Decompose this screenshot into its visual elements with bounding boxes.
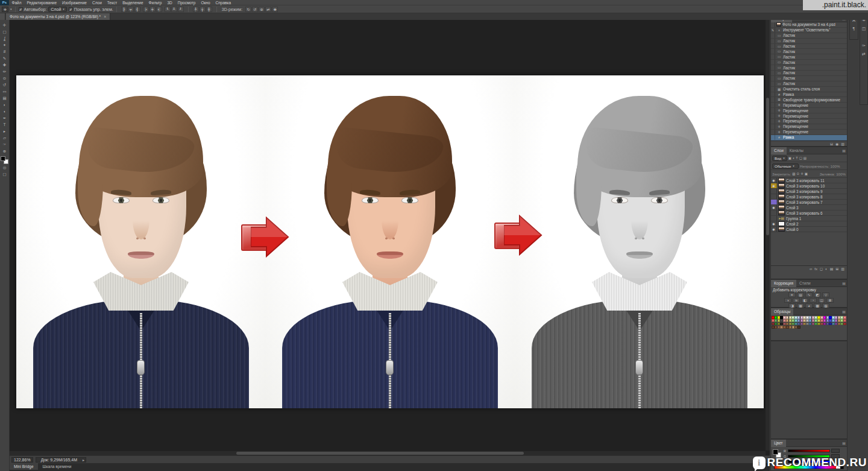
channel-mixer-icon[interactable]: ◫: [818, 298, 825, 303]
history-source-cell[interactable]: [771, 119, 775, 124]
layer-row[interactable]: Слой 3 копировать 9: [771, 189, 847, 194]
black-white-icon[interactable]: ◧: [801, 298, 808, 303]
align-icon[interactable]: ┿: [149, 7, 156, 12]
history-state[interactable]: ▭Ластик: [771, 60, 847, 65]
styles-dock-icon[interactable]: ◫: [860, 25, 867, 33]
align-icon[interactable]: ┚: [178, 7, 184, 12]
blur-tool[interactable]: ◗: [1, 101, 9, 108]
visibility-toggle[interactable]: ◉: [771, 227, 777, 232]
layer-row[interactable]: ◉Слой 2: [771, 221, 847, 227]
history-source-cell[interactable]: [771, 97, 775, 102]
align-icon[interactable]: ┥: [156, 7, 162, 12]
menu-Файл[interactable]: Файл: [9, 0, 24, 5]
visibility-toggle[interactable]: [771, 194, 777, 199]
path-select-tool[interactable]: ▸: [1, 128, 9, 134]
menu-Просмотр[interactable]: Просмотр: [175, 0, 198, 5]
history-source-cell[interactable]: [771, 65, 775, 70]
layer-row[interactable]: ◉Слой 0: [771, 227, 847, 232]
history-state[interactable]: ⊞Свободное трансформирование: [771, 97, 847, 103]
autoselect-checkbox[interactable]: ✓ Автовыбор:: [19, 7, 47, 11]
new-group-icon[interactable]: ▤: [830, 267, 834, 271]
add-layer-mask-icon[interactable]: ◻: [820, 267, 823, 271]
distribute-icon[interactable]: ╁: [200, 7, 206, 12]
screen-mode-button[interactable]: ▢: [1, 171, 9, 177]
history-source-cell[interactable]: [771, 60, 775, 65]
visibility-toggle[interactable]: [771, 189, 777, 194]
panel-menu-icon[interactable]: ▤: [842, 281, 846, 285]
color-swatch[interactable]: [797, 326, 800, 329]
new-snapshot-icon[interactable]: ◉: [835, 142, 838, 146]
menu-3D[interactable]: 3D: [165, 0, 175, 5]
slider-track[interactable]: [788, 449, 830, 452]
status-options-caret-icon[interactable]: ▸: [83, 458, 84, 463]
color-swatch[interactable]: [843, 319, 846, 322]
fill-value[interactable]: 100%: [836, 172, 846, 176]
menu-Слои[interactable]: Слои: [89, 0, 104, 5]
new-adjustment-layer-icon[interactable]: ◐: [825, 267, 828, 271]
photo-filter-icon[interactable]: ◔: [810, 298, 817, 303]
tab-Коррекция[interactable]: Коррекция: [771, 280, 796, 287]
lock-icon[interactable]: ⊙: [797, 172, 800, 175]
foreground-background-colors[interactable]: [1, 156, 8, 164]
history-state[interactable]: ▭Ластик: [771, 49, 847, 54]
3d-mode-icon[interactable]: ⊕: [259, 7, 265, 12]
history-source-cell[interactable]: [771, 92, 775, 97]
delete-layer-icon[interactable]: ▥: [841, 267, 844, 271]
history-state[interactable]: #Рамка: [771, 135, 847, 141]
hand-tool[interactable]: ☞: [1, 141, 9, 148]
delete-state-icon[interactable]: ▥: [841, 142, 844, 146]
tab-Каналы[interactable]: Каналы: [787, 147, 807, 154]
history-state[interactable]: ✛Перемещение: [771, 113, 847, 119]
autoselect-target-select[interactable]: Слой ▾: [48, 7, 67, 12]
scrollbar-thumb[interactable]: [236, 452, 524, 455]
distribute-icon[interactable]: ╀: [193, 7, 199, 12]
align-icon[interactable]: ┝: [143, 7, 149, 12]
history-state[interactable]: ✛Перемещение: [771, 108, 847, 113]
distribute-icon[interactable]: ╂: [206, 7, 212, 12]
3d-mode-icon[interactable]: ⇄: [265, 7, 271, 12]
history-state[interactable]: ▭Ластик: [771, 54, 847, 60]
bottom-tab-Mini Bridge[interactable]: Mini Bridge: [10, 463, 38, 470]
history-state[interactable]: ▭Ластик: [771, 44, 847, 49]
visibility-toggle[interactable]: [771, 216, 777, 221]
brush-tool[interactable]: ✏: [1, 68, 9, 75]
history-state[interactable]: ▭Ластик: [771, 76, 847, 81]
history-source-cell[interactable]: [771, 135, 775, 140]
opacity-value[interactable]: 100%: [831, 164, 840, 168]
layer-row[interactable]: ◉Слой 3 копировать 10: [771, 183, 847, 189]
history-state[interactable]: ▭Ластик: [771, 65, 847, 71]
3d-mode-icon[interactable]: ↺: [252, 7, 258, 12]
paragraph-panel-icon[interactable]: ¶: [851, 25, 858, 33]
align-icon[interactable]: ┯: [128, 7, 134, 12]
menu-Окно[interactable]: Окно: [198, 0, 213, 5]
history-source-cell[interactable]: ✎: [771, 28, 775, 33]
3d-mode-icon[interactable]: ✚: [272, 7, 278, 12]
color-balance-icon[interactable]: ≋: [793, 298, 800, 303]
history-state[interactable]: ✛Перемещение: [771, 103, 847, 108]
menu-Изображение[interactable]: Изображение: [60, 0, 90, 5]
align-icon[interactable]: ┠: [121, 7, 127, 12]
dodge-tool[interactable]: ◖: [1, 108, 9, 115]
history-state[interactable]: ▦Очистить стиль слоя: [771, 87, 847, 92]
history-source-cell[interactable]: [771, 71, 775, 75]
history-state[interactable]: ▭Ластик: [771, 39, 847, 44]
history-state[interactable]: ▭Ластик: [771, 81, 847, 87]
show-transform-controls-checkbox[interactable]: ✓ Показать упр. элем.: [69, 7, 113, 11]
tool-preset-caret-icon[interactable]: ▾: [10, 7, 12, 11]
visibility-toggle[interactable]: ◉: [771, 205, 777, 210]
document-tab[interactable]: Фото на документы 3 на 4.psd @ 123% (RGB…: [6, 13, 110, 20]
visibility-toggle[interactable]: ◉: [771, 178, 777, 183]
visibility-toggle[interactable]: ◉: [771, 183, 777, 188]
tab-Слои[interactable]: Слои: [771, 147, 787, 154]
layer-row[interactable]: ◉Слой 3 копировать 11: [771, 178, 847, 183]
eyedropper-tool[interactable]: ✎: [1, 55, 9, 62]
eraser-tool[interactable]: ▭: [1, 88, 9, 95]
horizontal-scrollbar[interactable]: [10, 451, 766, 455]
canvas[interactable]: [16, 75, 764, 408]
move-tool[interactable]: ✛: [1, 22, 9, 28]
exposure-icon[interactable]: ◩: [814, 292, 821, 297]
history-source-cell[interactable]: [771, 49, 775, 54]
layer-effects-icon[interactable]: fx: [814, 267, 817, 271]
gradient-tool[interactable]: ▤: [1, 95, 9, 101]
brightness-contrast-icon[interactable]: ☀: [788, 292, 796, 297]
